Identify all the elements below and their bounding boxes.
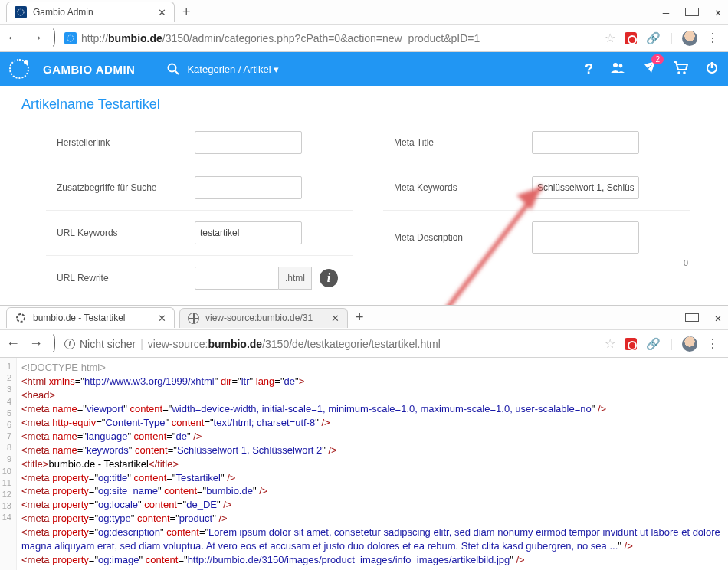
row-url-rewrite: URL Rewrite .html i <box>46 256 353 300</box>
users-icon[interactable] <box>610 61 625 77</box>
form-col-left: Herstellerlink Zusatzbegriffe für Suche … <box>46 120 353 300</box>
input-url-keywords[interactable] <box>195 221 302 244</box>
browser-toolbar-2: ← → i Nicht sicher | view-source:bumbio.… <box>0 330 728 358</box>
label-herstellerlink: Herstellerlink <box>57 137 195 148</box>
globe-icon <box>188 313 199 324</box>
label-meta-description: Meta Description <box>394 232 532 243</box>
cart-icon[interactable] <box>673 61 688 77</box>
help-icon[interactable]: ? <box>585 61 593 77</box>
search-icon <box>167 63 179 75</box>
back-button[interactable]: ← <box>6 336 20 352</box>
bookmark-star-icon[interactable]: ☆ <box>605 336 615 351</box>
favicon-gambio-icon <box>15 6 27 18</box>
reload-button[interactable] <box>52 336 55 352</box>
info-icon[interactable]: i <box>320 269 338 287</box>
titlebar-2: bumbio.de - Testartikel ✕ view-source:bu… <box>0 306 728 330</box>
input-herstellerlink[interactable] <box>195 131 302 154</box>
view-source-pane[interactable]: 1234567891011121314 <!DOCTYPE html><html… <box>0 358 728 570</box>
url-text: http://bumbio.de/3150/admin/categories.p… <box>81 32 480 44</box>
svg-rect-0 <box>15 6 27 18</box>
input-meta-description[interactable] <box>532 221 639 254</box>
gambio-topbar: GAMBIO ADMIN Kategorien / Artikel ▾ ? 2 <box>0 52 728 86</box>
form-col-right: Meta Title Meta Keywords Meta Descriptio… <box>383 120 690 300</box>
svg-point-14 <box>17 314 25 322</box>
link-icon[interactable]: 🔗 <box>646 337 661 351</box>
svg-point-9 <box>683 71 686 74</box>
tab-frontend[interactable]: bumbio.de - Testartikel ✕ <box>6 307 175 328</box>
minimize-button[interactable]: — <box>659 312 673 324</box>
extension-icons: 🔗 | ⋮ <box>625 31 722 46</box>
svg-point-4 <box>169 64 176 72</box>
new-tab-button[interactable]: + <box>182 4 191 20</box>
svg-point-8 <box>677 71 680 74</box>
url-text-2: view-source:bumbio.de/3150/de/testkatego… <box>148 338 441 350</box>
close-window-button[interactable]: ✕ <box>711 312 725 324</box>
svg-point-7 <box>619 64 623 68</box>
security-status[interactable]: i Nicht sicher <box>64 338 136 350</box>
svg-point-6 <box>613 63 618 67</box>
link-icon[interactable]: 🔗 <box>646 31 661 45</box>
notification-badge: 2 <box>651 54 664 64</box>
browser-menu-icon[interactable]: ⋮ <box>707 31 719 45</box>
info-icon: i <box>64 339 75 349</box>
profile-avatar[interactable] <box>682 336 697 352</box>
maximize-button[interactable] <box>685 6 699 18</box>
char-counter: 0 <box>684 258 688 267</box>
page-title: Artikelname Testartikel <box>0 86 728 120</box>
row-meta-description: Meta Description 0 <box>383 211 690 264</box>
input-meta-title[interactable] <box>532 131 639 154</box>
product-form: Herstellerlink Zusatzbegriffe für Suche … <box>0 120 728 319</box>
gambio-logo-icon <box>9 59 29 79</box>
window-controls: — ✕ <box>659 0 725 25</box>
input-url-rewrite[interactable] <box>195 267 279 290</box>
row-url-keywords: URL Keywords <box>46 211 353 256</box>
gambio-brand: GAMBIO ADMIN <box>43 63 135 76</box>
tab-close-icon[interactable]: ✕ <box>331 313 339 324</box>
label-meta-title: Meta Title <box>394 137 532 148</box>
ublock-icon[interactable] <box>625 32 637 44</box>
label-url-rewrite: URL Rewrite <box>57 273 195 283</box>
gambio-admin: GAMBIO ADMIN Kategorien / Artikel ▾ ? 2 <box>0 52 728 322</box>
profile-avatar[interactable] <box>682 31 697 46</box>
forward-button[interactable]: → <box>29 30 43 46</box>
browser-window-admin: Gambio Admin ✕ + — ✕ ← → http://bumbio.d… <box>0 0 728 322</box>
tab-close-icon[interactable]: ✕ <box>158 313 166 324</box>
input-meta-keywords[interactable] <box>532 176 639 199</box>
browser-toolbar: ← → http://bumbio.de/3150/admin/categori… <box>0 25 728 52</box>
titlebar: Gambio Admin ✕ + — ✕ <box>0 0 728 25</box>
close-window-button[interactable]: ✕ <box>711 6 725 18</box>
notifications-icon[interactable]: 2 <box>642 61 656 77</box>
svg-line-5 <box>175 71 179 75</box>
extension-icons-2: 🔗 | ⋮ <box>625 336 722 352</box>
power-icon[interactable] <box>705 61 719 77</box>
address-bar[interactable]: http://bumbio.de/3150/admin/categories.p… <box>64 25 615 51</box>
ublock-icon[interactable] <box>625 338 637 350</box>
gambio-breadcrumb[interactable]: Kategorien / Artikel ▾ <box>167 63 279 75</box>
forward-button[interactable]: → <box>29 336 43 352</box>
address-bar-2[interactable]: i Nicht sicher | view-source:bumbio.de/3… <box>64 330 615 357</box>
tab-title-source: view-source:bumbio.de/31 <box>205 313 313 323</box>
row-meta-keywords: Meta Keywords <box>383 165 690 211</box>
tab-close-icon[interactable]: ✕ <box>158 7 166 18</box>
input-zusatz[interactable] <box>195 176 302 199</box>
browser-menu-icon[interactable]: ⋮ <box>707 336 719 351</box>
new-tab-button[interactable]: + <box>356 310 364 326</box>
bookmark-star-icon[interactable]: ☆ <box>605 31 615 45</box>
maximize-button[interactable] <box>685 312 699 324</box>
row-herstellerlink: Herstellerlink <box>46 120 353 165</box>
window-controls-2: — ✕ <box>659 306 725 330</box>
label-meta-keywords: Meta Keywords <box>394 182 532 193</box>
tab-view-source[interactable]: view-source:bumbio.de/31 ✕ <box>179 308 348 328</box>
site-icon <box>64 32 77 44</box>
row-meta-title: Meta Title <box>383 120 690 165</box>
minimize-button[interactable]: — <box>659 6 673 18</box>
label-zusatz: Zusatzbegriffe für Suche <box>57 182 195 193</box>
back-button[interactable]: ← <box>6 30 20 46</box>
addon-html: .html <box>279 267 312 290</box>
tab-title-frontend: bumbio.de - Testartikel <box>33 313 126 323</box>
tab-gambio-admin[interactable]: Gambio Admin ✕ <box>6 2 175 22</box>
svg-rect-2 <box>64 32 77 44</box>
reload-button[interactable] <box>52 30 55 46</box>
favicon-loading-icon <box>15 312 27 324</box>
tab-title: Gambio Admin <box>33 7 93 18</box>
